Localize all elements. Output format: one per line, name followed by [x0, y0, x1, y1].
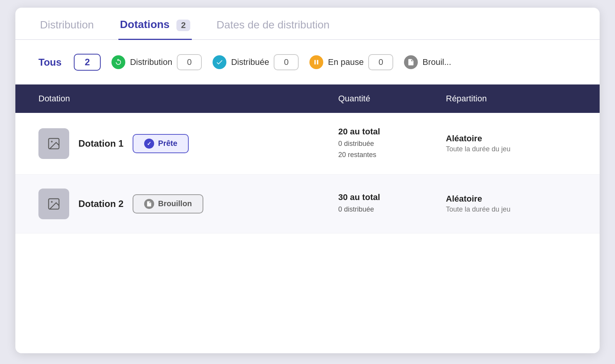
- dotation-thumbnail: [38, 128, 69, 159]
- distribuee-label: Distribuée: [231, 57, 269, 67]
- check-icon: ✓: [144, 139, 154, 149]
- filter-distribuee[interactable]: Distribuée 0: [213, 54, 299, 70]
- svg-point-1: [51, 141, 53, 142]
- tab-dates[interactable]: Dates de de distribution: [215, 8, 331, 40]
- dotation-thumbnail: [38, 189, 69, 219]
- row-repartition-cell: Aléatoire Toute la durée du jeu: [446, 194, 577, 213]
- tous-count: 2: [74, 54, 101, 71]
- distribution-icon: [111, 55, 125, 69]
- col-header-quantite: Quantité: [338, 94, 446, 104]
- table-row: Dotation 2 Brouillon 30 au total 0 distr…: [15, 175, 600, 233]
- distribution-count: 0: [177, 54, 202, 70]
- dotations-badge: 2: [176, 20, 190, 31]
- rep-detail: Toute la durée du jeu: [446, 145, 577, 153]
- qty-distribuee: 0 distribuée: [338, 204, 446, 215]
- dotation-name: Dotation 1: [78, 138, 123, 149]
- row-dotation-cell: Dotation 2 Brouillon: [38, 189, 338, 219]
- rep-detail: Toute la durée du jeu: [446, 205, 577, 213]
- row-dotation-cell: Dotation 1 ✓ Prête: [38, 128, 338, 159]
- col-header-dotation: Dotation: [38, 94, 338, 104]
- status-badge-brouillon[interactable]: Brouillon: [133, 194, 203, 213]
- tab-dotations[interactable]: Dotations 2: [118, 8, 192, 40]
- row-quantite-cell: 30 au total 0 distribuée: [338, 192, 446, 215]
- table-header: Dotation Quantité Répartition: [15, 84, 600, 113]
- tab-distribution[interactable]: Distribution: [38, 8, 95, 40]
- distribuee-icon: [213, 55, 226, 69]
- qty-total: 30 au total: [338, 192, 446, 202]
- status-area: Brouillon: [133, 194, 217, 213]
- distribuee-count: 0: [274, 54, 299, 70]
- status-badge-prete[interactable]: ✓ Prête: [133, 134, 189, 153]
- table-body: Dotation 1 ✓ Prête 20 au total 0 distrib…: [15, 113, 600, 233]
- qty-total: 20 au total: [338, 127, 446, 137]
- en-pause-icon: [309, 55, 323, 69]
- en-pause-count: 0: [368, 54, 393, 70]
- tabs-bar: Distribution Dotations 2 Dates de de dis…: [15, 8, 600, 40]
- en-pause-label: En pause: [328, 57, 364, 67]
- filter-bar: Tous 2 Distribution 0 Distribuée 0: [15, 40, 600, 84]
- qty-distribuee: 0 distribuée: [338, 138, 446, 149]
- rep-type: Aléatoire: [446, 194, 577, 204]
- file-icon: [144, 199, 154, 209]
- tous-label[interactable]: Tous: [38, 56, 62, 68]
- filter-distribution[interactable]: Distribution 0: [111, 54, 202, 70]
- table-row: Dotation 1 ✓ Prête 20 au total 0 distrib…: [15, 113, 600, 175]
- filter-brouillon[interactable]: Brouil...: [404, 55, 451, 69]
- distribution-label: Distribution: [130, 57, 172, 67]
- brouillon-icon: [404, 55, 418, 69]
- filter-en-pause[interactable]: En pause 0: [309, 54, 393, 70]
- row-quantite-cell: 20 au total 0 distribuée 20 restantes: [338, 127, 446, 160]
- app-container: Distribution Dotations 2 Dates de de dis…: [15, 8, 600, 353]
- col-header-repartition: Répartition: [446, 94, 577, 104]
- svg-point-3: [51, 201, 53, 203]
- status-area: ✓ Prête: [133, 134, 217, 153]
- dotation-name: Dotation 2: [78, 199, 123, 209]
- qty-restantes: 20 restantes: [338, 149, 446, 160]
- brouillon-label: Brouil...: [422, 57, 451, 67]
- row-repartition-cell: Aléatoire Toute la durée du jeu: [446, 134, 577, 153]
- rep-type: Aléatoire: [446, 134, 577, 144]
